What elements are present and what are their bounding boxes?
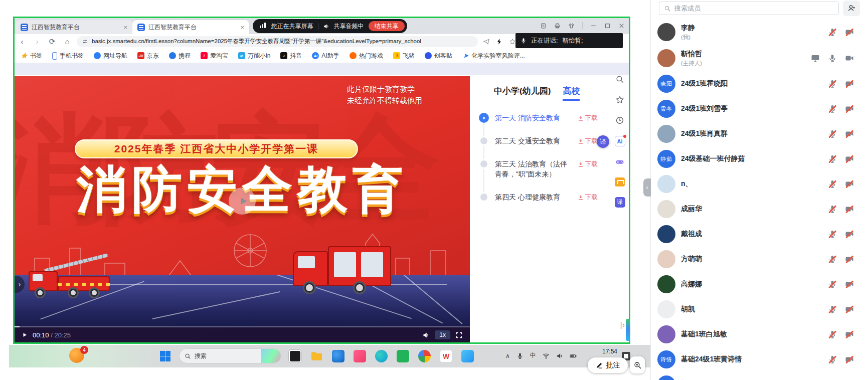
play-pause-icon[interactable] — [22, 332, 28, 338]
mic-muted-icon[interactable] — [828, 28, 837, 37]
download-link[interactable]: 下载 — [578, 193, 598, 202]
download-link[interactable]: 下载 — [578, 137, 598, 145]
add-member-button[interactable] — [843, 1, 860, 16]
close-icon[interactable] — [618, 23, 625, 29]
camera-muted-icon[interactable] — [845, 355, 854, 364]
member-row[interactable]: n、 — [651, 171, 868, 197]
member-row-partial[interactable] — [651, 372, 868, 380]
bookmark-item[interactable]: ♪抖音 — [280, 52, 302, 60]
reading-list-icon[interactable] — [540, 23, 547, 29]
browser-tab-1[interactable]: 江西智慧教育平台 × — [16, 20, 132, 34]
camera-muted-icon[interactable] — [845, 28, 854, 37]
member-row[interactable]: 高娜娜 — [651, 272, 868, 297]
play-overlay-button[interactable] — [229, 187, 256, 215]
member-row[interactable]: 方萌萌 — [651, 247, 868, 272]
mic-muted-icon[interactable] — [828, 355, 837, 364]
member-row-host[interactable]: 靳怡哲 (主持人) — [651, 45, 868, 71]
bookmark-item[interactable]: 热门游戏 — [350, 52, 383, 60]
camera-on-icon[interactable] — [845, 54, 854, 63]
tab-close-icon[interactable]: × — [123, 24, 127, 31]
volume-icon[interactable] — [556, 352, 563, 359]
app-icon-widgets[interactable] — [289, 350, 301, 362]
share-page-icon[interactable] — [483, 38, 490, 45]
member-row[interactable]: 戴祖成 — [651, 222, 868, 247]
mic-muted-icon[interactable] — [828, 104, 837, 113]
mic-muted-icon[interactable] — [828, 330, 837, 339]
security-ball-icon[interactable]: 4 — [69, 348, 84, 363]
mic-muted-icon[interactable] — [828, 154, 837, 163]
playback-speed-button[interactable]: 1x — [435, 330, 450, 339]
member-row[interactable]: 静茹 24级基础一班付静茹 — [651, 146, 868, 171]
maximize-icon[interactable] — [604, 23, 611, 29]
bookmark-item[interactable]: JD京东 — [137, 52, 159, 60]
mic-muted-icon[interactable] — [828, 280, 837, 289]
browser-tab-2[interactable]: 江西智慧教育平台 × — [132, 20, 249, 34]
site-settings-icon[interactable] — [82, 39, 88, 45]
download-link[interactable]: 下载 — [578, 114, 598, 122]
volume-icon[interactable] — [422, 331, 430, 339]
lesson-item-4[interactable]: 第四天 心理健康教育 下载 — [479, 192, 629, 202]
camera-muted-icon[interactable] — [845, 79, 854, 88]
camera-muted-icon[interactable] — [845, 305, 854, 314]
mic-muted-icon[interactable] — [828, 79, 837, 88]
bookmark-item[interactable]: 创客贴 — [425, 52, 452, 60]
forward-icon[interactable]: › — [30, 37, 45, 46]
camera-muted-icon[interactable] — [845, 104, 854, 113]
app-icon-wps[interactable]: W — [440, 350, 452, 362]
tray-mic-icon[interactable] — [516, 352, 524, 359]
minimize-icon[interactable] — [590, 23, 597, 29]
camera-muted-icon[interactable] — [845, 330, 854, 339]
expand-sidebar-icon[interactable]: |› — [620, 321, 625, 329]
member-row[interactable]: 李静 (我) — [651, 19, 868, 45]
app-icon-explorer[interactable] — [310, 350, 323, 362]
print-icon[interactable] — [554, 23, 561, 29]
camera-muted-icon[interactable] — [845, 205, 854, 214]
translate-float-button[interactable]: 译 — [597, 135, 609, 148]
stop-sharing-button[interactable]: 结束共享 — [369, 21, 405, 31]
camera-muted-icon[interactable] — [845, 280, 854, 289]
app-icon-outlook[interactable] — [332, 350, 344, 362]
bookmark-item[interactable]: ★书签 — [21, 52, 42, 60]
app-icon-mail[interactable] — [397, 350, 409, 362]
search-highlight-image[interactable] — [261, 349, 281, 363]
back-icon[interactable]: ‹ — [15, 37, 30, 46]
mic-on-icon[interactable] — [828, 54, 837, 63]
zoom-in-button[interactable] — [630, 356, 645, 373]
member-row[interactable]: 晓阳 24级1班霍晓阳 — [651, 71, 868, 96]
taskbar-search-box[interactable]: 搜索 — [179, 348, 281, 363]
ime-indicator[interactable]: 中 — [530, 351, 536, 360]
screen-sharing-icon[interactable] — [811, 54, 820, 63]
mic-muted-icon[interactable] — [828, 129, 837, 138]
bookmark-star-icon[interactable] — [509, 38, 516, 45]
camera-muted-icon[interactable] — [845, 129, 854, 138]
toolbox-icon[interactable] — [615, 177, 625, 186]
video-player[interactable]: 消防安全 此片仅限于教育教学 — [15, 76, 470, 342]
panel-collapse-handle[interactable]: ‹ — [643, 178, 651, 197]
theme-skin-icon[interactable] — [568, 23, 575, 29]
tab-primary-school[interactable]: 中小学(幼儿园) — [494, 85, 551, 97]
app-icon-browser-e[interactable] — [375, 350, 388, 362]
camera-muted-icon[interactable] — [845, 230, 854, 239]
member-row[interactable]: 雪亭 24级1班刘雪亭 — [651, 96, 868, 121]
battery-icon[interactable] — [570, 352, 577, 359]
ai-sidebar-icon[interactable]: Ai — [615, 136, 625, 146]
camera-muted-icon[interactable] — [845, 179, 854, 188]
app-icon-photos[interactable] — [354, 350, 366, 362]
app-icon-meeting[interactable] — [461, 350, 474, 362]
url-text[interactable]: basic.jx.smartedu.cn/firstLesson?columnN… — [92, 38, 473, 45]
wifi-icon[interactable] — [543, 352, 550, 359]
start-button[interactable] — [160, 351, 170, 361]
bookmark-item[interactable]: 网址导航 — [94, 52, 127, 60]
member-row[interactable]: 成丽华 — [651, 197, 868, 222]
bookmark-item[interactable]: T爱淘宝 — [201, 52, 228, 60]
tab-close-icon[interactable]: × — [240, 24, 244, 31]
camera-muted-icon[interactable] — [845, 255, 854, 264]
mic-muted-icon[interactable] — [828, 230, 837, 239]
bookmark-item[interactable]: 携程 — [169, 52, 191, 60]
lesson-item-3[interactable]: 第三天 法治教育（法伴青春，“职”面未来） 下载 — [479, 159, 629, 179]
lesson-item-1[interactable]: 第一天 消防安全教育 下载 — [479, 113, 629, 123]
mic-muted-icon[interactable] — [828, 255, 837, 264]
fullscreen-icon[interactable] — [455, 331, 463, 339]
flash-icon[interactable] — [496, 38, 503, 45]
tab-college[interactable]: 高校 — [563, 85, 580, 101]
